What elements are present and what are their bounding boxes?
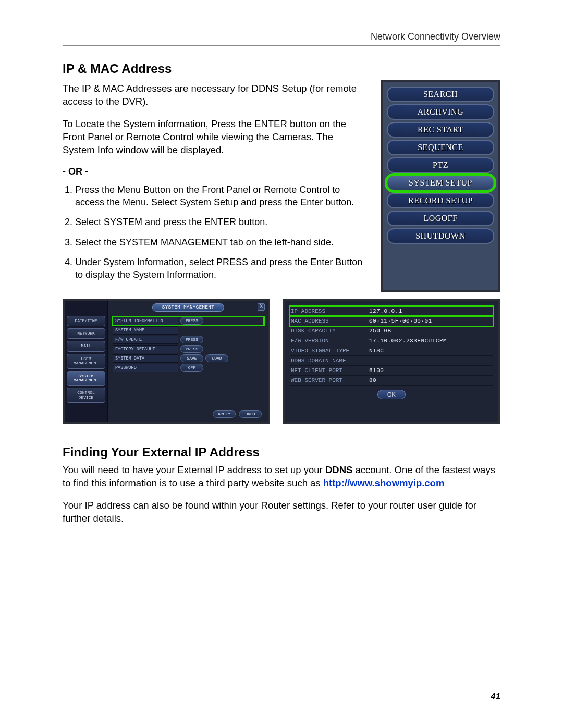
sm-setting-row: PASSWORDOFF xyxy=(113,364,264,372)
sm-setting-button[interactable]: SAVE xyxy=(180,354,203,362)
or-separator: - OR - xyxy=(63,166,366,177)
sm-sidebar-tab[interactable]: USER MANAGEMENT xyxy=(67,354,105,369)
step-item: Under System Information, select PRESS a… xyxy=(75,256,366,281)
showmyip-link[interactable]: http://www.showmyip.com xyxy=(323,477,445,488)
header-rule xyxy=(63,45,500,46)
system-info-screenshot: IP ADDRESS127.0.0.1MAC ADDRESS00·11·5F·0… xyxy=(283,299,500,424)
sysinfo-key: WEB SERVER PORT xyxy=(291,377,369,384)
sysinfo-row: DISK CAPACITY250 GB xyxy=(290,326,493,336)
step-item: Select SYSTEM and press the ENTER button… xyxy=(75,216,366,228)
dvr-menu-item[interactable]: ARCHVING xyxy=(387,104,494,120)
sm-footer-button[interactable]: APPLY xyxy=(213,410,236,418)
sm-sidebar-tab[interactable]: NETWORK xyxy=(67,328,105,339)
close-icon[interactable]: X xyxy=(258,303,265,311)
section-ip-mac-title: IP & MAC Address xyxy=(63,61,500,76)
dvr-menu-item[interactable]: LOGOFF xyxy=(387,211,494,226)
sm-setting-label: SYSTEM NAME xyxy=(113,326,178,335)
sm-setting-label: FACTORY DEFAULT xyxy=(113,345,178,353)
sm-setting-button[interactable]: PRESS xyxy=(180,317,203,325)
p1b-ddns: DDNS xyxy=(325,464,352,475)
sm-setting-row: F/W UPDATEPRESS xyxy=(113,336,264,344)
sysinfo-value: NTSC xyxy=(369,348,492,354)
sysinfo-row: F/W VERSION17.10.002.233ENCUTCPM xyxy=(290,336,493,346)
steps-list: Press the Menu Button on the Front Panel… xyxy=(63,183,366,281)
sysinfo-value: 6100 xyxy=(369,367,492,374)
footer-rule xyxy=(63,688,500,688)
external-ip-p1: You will need to have your External IP a… xyxy=(63,464,500,490)
dvr-menu-item[interactable]: SEQUENCE xyxy=(387,140,494,155)
ok-button[interactable]: OK xyxy=(377,390,406,399)
sm-setting-label: SYSTEM INFORMATION xyxy=(113,317,178,325)
sm-setting-row: FACTORY DEFAULTPRESS xyxy=(113,345,264,353)
dvr-menu-item[interactable]: RECORD SETUP xyxy=(387,193,494,208)
step-item: Press the Menu Button on the Front Panel… xyxy=(75,183,366,209)
dvr-menu-screenshot: SEARCHARCHVINGREC STARTSEQUENCEPTZSYSTEM… xyxy=(381,80,500,292)
sm-sidebar-tab[interactable]: MAIL xyxy=(67,341,105,351)
sm-setting-button[interactable]: PRESS xyxy=(180,345,203,353)
sysinfo-row: IP ADDRESS127.0.0.1 xyxy=(290,306,493,316)
sm-setting-row: SYSTEM NAME xyxy=(113,326,264,335)
sm-setting-button[interactable]: OFF xyxy=(180,364,203,372)
sysinfo-value: 00·11·5F·00·00·01 xyxy=(369,318,492,324)
sysinfo-key: VIDEO SIGNAL TYPE xyxy=(291,348,369,354)
sysinfo-row: DDNS DOMAIN NAME xyxy=(290,356,493,366)
ip-mac-intro-2: To Locate the System information, Press … xyxy=(63,118,366,157)
sysinfo-value: 250 GB xyxy=(369,328,492,334)
sysinfo-value: 17.10.002.233ENCUTCPM xyxy=(369,338,492,344)
sm-setting-row: SYSTEM INFORMATIONPRESS xyxy=(113,317,264,325)
sm-setting-row: SYSTEM DATASAVELOAD xyxy=(113,354,264,363)
sysinfo-key: F/W VERSION xyxy=(291,338,369,344)
sysinfo-key: NET CLIENT PORT xyxy=(291,367,369,374)
sm-setting-label: F/W UPDATE xyxy=(113,336,178,344)
sysinfo-row: VIDEO SIGNAL TYPENTSC xyxy=(290,346,493,356)
sysinfo-key: DISK CAPACITY xyxy=(291,328,369,334)
sm-sidebar-tab[interactable]: SYSTEM MANAGEMENT xyxy=(67,371,105,386)
sm-sidebar-tab[interactable]: CONTROL DEVICE xyxy=(67,388,105,403)
p1a: You will need to have your External IP a… xyxy=(63,464,325,475)
sm-setting-button[interactable]: PRESS xyxy=(180,336,203,343)
external-ip-p2: Your IP address can also be found within… xyxy=(63,499,500,525)
dvr-menu-item[interactable]: SYSTEM SETUP xyxy=(387,175,494,191)
sysinfo-key: MAC ADDRESS xyxy=(291,318,369,324)
sm-setting-label: SYSTEM DATA xyxy=(113,354,178,363)
section-external-ip-title: Finding Your External IP Address xyxy=(63,445,500,460)
sysinfo-value: 127.0.0.1 xyxy=(369,308,492,314)
sm-setting-label: PASSWORD xyxy=(113,364,178,372)
sm-footer-button[interactable]: UNDO xyxy=(239,410,262,418)
sysinfo-row: MAC ADDRESS00·11·5F·00·00·01 xyxy=(290,316,493,326)
sysinfo-row: WEB SERVER PORT80 xyxy=(290,376,493,386)
sm-sidebar-tab[interactable]: DATE/TIME xyxy=(67,316,105,326)
dvr-menu-item[interactable]: PTZ xyxy=(387,157,494,173)
sysinfo-key: DDNS DOMAIN NAME xyxy=(291,357,369,364)
page-number: 41 xyxy=(63,692,500,702)
dvr-menu-item[interactable]: REC START xyxy=(387,122,494,138)
sm-setting-button[interactable]: LOAD xyxy=(205,354,228,362)
sysinfo-value: 80 xyxy=(369,377,492,384)
sysinfo-key: IP ADDRESS xyxy=(291,308,369,314)
system-management-screenshot: DATE/TIMENETWORKMAILUSER MANAGEMENTSYSTE… xyxy=(63,299,270,424)
page-footer: 41 xyxy=(63,688,500,702)
dvr-menu-item[interactable]: SEARCH xyxy=(387,87,494,102)
ip-mac-intro-1: The IP & MAC Addresses are necessary for… xyxy=(63,82,366,108)
dvr-menu-item[interactable]: SHUTDOWN xyxy=(387,228,494,244)
step-item: Select the SYSTEM MANAGEMENT tab on the … xyxy=(75,236,366,249)
sm-titlebar: SYSTEM MANAGEMENT xyxy=(152,303,224,312)
sysinfo-row: NET CLIENT PORT6100 xyxy=(290,366,493,376)
page-header-section: Network Connectivity Overview xyxy=(63,31,500,42)
